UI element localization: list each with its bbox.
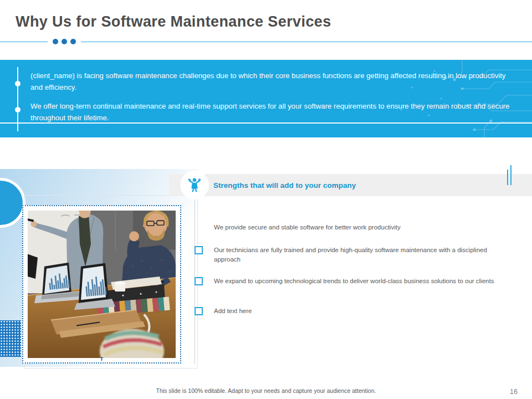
accent-line xyxy=(507,170,508,185)
checkbox[interactable] xyxy=(195,246,203,254)
strength-item-text: We expand to upcoming technological tren… xyxy=(214,277,527,286)
strength-item-text: We provide secure and stable software fo… xyxy=(214,223,527,232)
strength-icon-circle xyxy=(180,171,209,200)
banner-vertical-rule xyxy=(17,67,18,131)
checkbox[interactable] xyxy=(195,277,203,285)
banner-bullet-2: We offer long-term continual maintenance… xyxy=(30,100,518,124)
strength-item: Add text here xyxy=(195,306,527,316)
footer-note: This slide is 100% editable. Adapt to yo… xyxy=(0,387,532,394)
accent-line xyxy=(510,165,511,185)
strength-item-text: Add text here xyxy=(214,306,527,316)
page-title: Why Us for Software Maintenance Services xyxy=(16,13,331,30)
strength-item: We provide secure and stable software fo… xyxy=(195,223,527,232)
title-accent-dots xyxy=(48,38,81,45)
meeting-photo xyxy=(28,211,176,358)
banner-bullet-1: (client_name) is facing software mainten… xyxy=(30,70,518,93)
bullet-dot-icon xyxy=(15,81,21,86)
intro-banner: (client_name) is facing software mainten… xyxy=(0,60,532,137)
flex-strength-icon xyxy=(186,177,203,193)
rotate-handle-icon: T xyxy=(100,357,104,362)
strength-item: Our technicians are fully trained and pr… xyxy=(195,245,494,265)
accent-dot-icon xyxy=(70,39,76,44)
bullet-dot-icon xyxy=(15,107,21,112)
dot-pattern-block xyxy=(0,320,21,357)
strengths-header-bar: Strengths that will add to your company xyxy=(169,174,532,196)
accent-dot-icon xyxy=(62,39,67,44)
banner-text-block: (client_name) is facing software mainten… xyxy=(30,70,518,124)
page-number: 16 xyxy=(510,388,518,396)
meeting-photo-frame: T xyxy=(22,205,181,364)
banner-horizontal-rule xyxy=(0,122,532,124)
checkbox[interactable] xyxy=(195,307,203,315)
strengths-heading: Strengths that will add to your company xyxy=(213,174,356,196)
accent-dot-icon xyxy=(53,39,58,44)
strength-item-text: Our technicians are fully trained and pr… xyxy=(214,245,494,265)
strength-item: We expand to upcoming technological tren… xyxy=(195,277,527,286)
